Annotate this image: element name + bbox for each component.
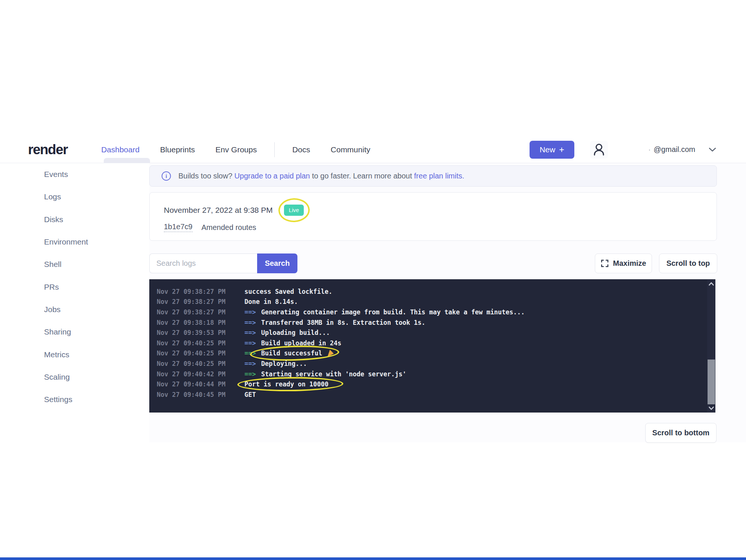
commit-hash-link[interactable]: 1b1e7c9 — [164, 223, 193, 232]
nav-divider — [274, 142, 275, 157]
maximize-icon — [601, 259, 609, 267]
log-arrow-icon: ==> — [244, 370, 256, 378]
log-timestamp: Nov 27 09:39:53 PM — [157, 329, 244, 336]
nav-link-env-groups[interactable]: Env Groups — [215, 145, 257, 154]
log-text: success Saved lockfile. — [244, 288, 332, 295]
plus-icon: + — [559, 145, 564, 154]
log-line: Nov 27 09:38:18 PM==>Transferred 38MB in… — [157, 317, 704, 328]
search-logs-input[interactable] — [149, 253, 257, 273]
maximize-button[interactable]: Maximize — [595, 253, 652, 273]
log-arrow-icon: ==> — [244, 339, 256, 347]
log-text: Transferred 38MB in 8s. Extraction took … — [261, 319, 425, 326]
log-arrow-icon: ==> — [244, 308, 256, 316]
log-timestamp: Nov 27 09:38:18 PM — [157, 319, 244, 326]
chevron-down-icon — [709, 147, 716, 152]
new-button[interactable]: New + — [530, 141, 574, 159]
log-text: Port is ready on 10000 — [244, 380, 328, 388]
log-arrow-icon: ==> — [244, 360, 256, 367]
info-icon: i — [162, 171, 171, 181]
log-lines: Nov 27 09:38:27 PMsuccess Saved lockfile… — [157, 286, 704, 400]
log-text: Starting service with 'node server.js' — [261, 370, 406, 378]
sidebar-item-metrics[interactable]: Metrics — [0, 343, 149, 365]
sidebar-item-sharing[interactable]: Sharing — [0, 321, 149, 343]
log-line: Nov 27 09:40:25 PM==>Deploying... — [157, 358, 704, 369]
banner-text-2: to go faster. Learn more about — [312, 172, 412, 180]
upgrade-banner: i Builds too slow? Upgrade to a paid pla… — [149, 165, 717, 187]
log-text: GET — [244, 391, 256, 398]
nav-links: Dashboard Blueprints Env Groups Docs Com… — [101, 142, 370, 157]
log-text: Generating container image from build. T… — [261, 308, 525, 316]
scrollbar-down-icon[interactable] — [707, 404, 715, 413]
banner-text-1: Builds too slow? — [178, 172, 232, 180]
maximize-label: Maximize — [613, 259, 646, 268]
nav-right: New + · @gmail.com — [530, 141, 716, 159]
commit-message: Amended routes — [202, 223, 256, 232]
service-sidebar: Events Logs Disks Environment Shell PRs … — [0, 163, 149, 424]
log-timestamp: Nov 27 09:40:25 PM — [157, 360, 244, 367]
render-logo[interactable]: render — [28, 142, 68, 158]
sidebar-item-events[interactable]: Events — [0, 163, 149, 186]
party-popper-emoji — [327, 350, 334, 357]
log-text: Build uploaded in 24s — [261, 339, 341, 347]
account-email: @gmail.com — [654, 145, 695, 154]
nav-link-dashboard[interactable]: Dashboard — [101, 145, 140, 154]
log-line: Nov 27 09:38:27 PMDone in 8.14s. — [157, 297, 704, 307]
scroll-to-bottom-button[interactable]: Scroll to bottom — [645, 423, 717, 443]
sidebar-item-prs[interactable]: PRs — [0, 276, 149, 298]
terminal-scrollbar[interactable] — [707, 279, 715, 413]
log-timestamp: Nov 27 09:38:27 PM — [157, 288, 244, 295]
scrollbar-thumb[interactable] — [708, 360, 715, 404]
sidebar-item-logs[interactable]: Logs — [0, 186, 149, 208]
log-arrow-icon: ==> — [244, 329, 256, 336]
log-line: Nov 27 09:40:42 PM==>Starting service wi… — [157, 369, 704, 379]
log-timestamp: Nov 27 09:40:25 PM — [157, 349, 244, 357]
avatar[interactable] — [590, 141, 608, 159]
free-plan-limits-link[interactable]: free plan limits. — [414, 172, 465, 180]
log-terminal: Nov 27 09:38:27 PMsuccess Saved lockfile… — [149, 279, 715, 413]
log-line: Nov 27 09:38:27 PMsuccess Saved lockfile… — [157, 286, 704, 297]
log-timestamp: Nov 27 09:38:27 PM — [157, 298, 244, 305]
sidebar-item-shell[interactable]: Shell — [0, 253, 149, 276]
scrollbar-up-icon[interactable] — [707, 279, 715, 288]
log-text: Build successful — [261, 349, 334, 357]
bottom-edge-bar — [0, 557, 746, 560]
nav-link-docs[interactable]: Docs — [292, 145, 310, 154]
user-icon — [591, 142, 607, 158]
log-timestamp: Nov 27 09:40:42 PM — [157, 370, 244, 378]
active-tab-indicator — [104, 158, 150, 163]
log-line: Nov 27 09:40:25 PM==>Build uploaded in 2… — [157, 338, 704, 348]
new-button-label: New — [540, 145, 555, 154]
log-line: Nov 27 09:40:44 PMPort is ready on 10000 — [157, 379, 704, 389]
log-line: Nov 27 09:39:53 PM==>Uploading build... — [157, 327, 704, 338]
log-timestamp: Nov 27 09:40:45 PM — [157, 391, 244, 398]
top-navbar: render Dashboard Blueprints Env Groups D… — [0, 136, 746, 163]
nav-link-community[interactable]: Community — [331, 145, 370, 154]
scroll-to-top-button[interactable]: Scroll to top — [659, 253, 717, 273]
log-timestamp: Nov 27 09:40:44 PM — [157, 380, 244, 388]
account-menu[interactable]: · @gmail.com — [648, 145, 716, 154]
status-badge-live: Live — [284, 205, 304, 216]
log-line: Nov 27 09:40:45 PMGET — [157, 389, 704, 400]
search-button[interactable]: Search — [257, 253, 297, 273]
banner-text: Builds too slow? Upgrade to a paid plan … — [178, 172, 464, 180]
deploy-date: November 27, 2022 at 9:38 PM — [164, 206, 273, 215]
upgrade-plan-link[interactable]: Upgrade to a paid plan — [234, 172, 310, 180]
log-timestamp: Nov 27 09:40:25 PM — [157, 339, 244, 347]
log-text: Deploying... — [261, 360, 307, 367]
sidebar-item-disks[interactable]: Disks — [0, 208, 149, 231]
account-dot: · — [648, 145, 651, 154]
sidebar-item-jobs[interactable]: Jobs — [0, 298, 149, 321]
sidebar-item-scaling[interactable]: Scaling — [0, 366, 149, 388]
deploy-card: November 27, 2022 at 9:38 PM Live 1b1e7c… — [149, 192, 717, 241]
log-text: Done in 8.14s. — [244, 298, 298, 305]
log-timestamp: Nov 27 09:38:27 PM — [157, 308, 244, 316]
log-line: Nov 27 09:40:25 PM==>Build successful — [157, 348, 704, 359]
log-text: Uploading build... — [261, 329, 330, 336]
sidebar-item-environment[interactable]: Environment — [0, 231, 149, 253]
log-arrow-icon: ==> — [244, 349, 256, 357]
log-line: Nov 27 09:38:27 PM==>Generating containe… — [157, 307, 704, 317]
sidebar-item-settings[interactable]: Settings — [0, 388, 149, 411]
nav-link-blueprints[interactable]: Blueprints — [160, 145, 195, 154]
log-arrow-icon: ==> — [244, 319, 256, 326]
